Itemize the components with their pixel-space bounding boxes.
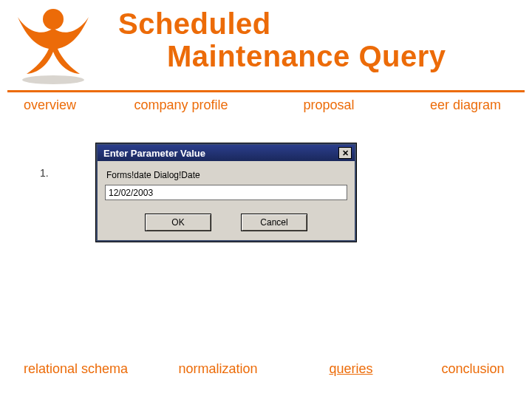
ok-button[interactable]: OK (145, 214, 211, 231)
cancel-button[interactable]: Cancel (241, 214, 307, 231)
svg-point-0 (43, 9, 64, 30)
nav-eer-diagram[interactable]: eer diagram (399, 98, 532, 113)
page-title: Scheduled Maintenance Query (118, 7, 446, 72)
nav-proposal[interactable]: proposal (259, 98, 399, 113)
close-icon[interactable]: ✕ (338, 147, 352, 159)
nav-relational-schema[interactable]: relational schema (0, 361, 148, 377)
nav-bottom: relational schema normalization queries … (0, 361, 532, 377)
svg-point-1 (22, 75, 84, 84)
dialog-title: Enter Parameter Value (103, 148, 205, 159)
date-input[interactable] (105, 185, 347, 200)
list-number: 1. (40, 167, 49, 179)
nav-queries[interactable]: queries (288, 361, 414, 377)
parameter-dialog: Enter Parameter Value ✕ Forms!date Dialo… (96, 143, 356, 242)
dialog-prompt: Forms!date Dialog!Date (106, 170, 347, 180)
dialog-titlebar: Enter Parameter Value ✕ (98, 145, 355, 161)
dialog-body: Forms!date Dialog!Date OK Cancel (98, 161, 355, 240)
title-line-2: Maintenance Query (167, 40, 446, 72)
nav-overview[interactable]: overview (0, 98, 103, 113)
title-divider (7, 90, 525, 92)
nav-normalization[interactable]: normalization (148, 361, 288, 377)
logo-icon (9, 6, 98, 87)
nav-top: overview company profile proposal eer di… (0, 98, 532, 113)
nav-company-profile[interactable]: company profile (103, 98, 259, 113)
title-line-1: Scheduled (118, 7, 446, 40)
nav-conclusion[interactable]: conclusion (414, 361, 532, 377)
